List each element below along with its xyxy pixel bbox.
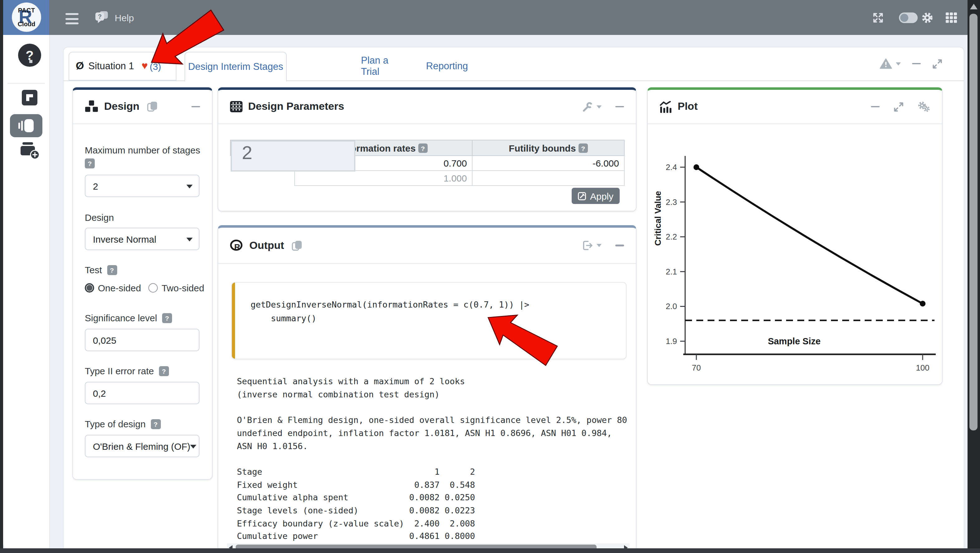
- plot-settings-gears-icon[interactable]: [917, 101, 930, 112]
- export-dropdown[interactable]: [582, 240, 601, 251]
- r-code-block: getDesignInverseNormal(informationRates …: [231, 282, 627, 359]
- chevron-down-icon: [186, 237, 192, 241]
- scrollbar-thumb[interactable]: [969, 14, 977, 430]
- significance-help-icon[interactable]: ?: [162, 313, 172, 323]
- tab-plan-a-trial[interactable]: Plan a Trial: [361, 52, 406, 80]
- table-row: 2 1.000: [230, 171, 624, 186]
- copy-icon[interactable]: [291, 240, 302, 251]
- test-help-icon[interactable]: ?: [107, 265, 117, 275]
- output-card-title: Output: [249, 239, 284, 252]
- sidebar-item-situations-active[interactable]: [10, 114, 42, 137]
- expand-plot-button[interactable]: [893, 101, 904, 112]
- settings-gear-icon[interactable]: [921, 12, 933, 24]
- futility-bound-cell[interactable]: [472, 171, 624, 186]
- apply-label: Apply: [590, 191, 613, 201]
- chevron-down-icon: [896, 62, 901, 65]
- design-parameters-table: Stage Information rates ? Futility bound…: [230, 140, 625, 186]
- warnings-dropdown[interactable]: [880, 58, 901, 69]
- col-futility-bounds: Futility bounds ?: [472, 140, 624, 156]
- tools-dropdown[interactable]: [582, 101, 601, 112]
- tab-design-interim-stages[interactable]: Design Interim Stages: [185, 52, 287, 81]
- y-tick-label: 2.2: [666, 232, 677, 241]
- type2-error-input[interactable]: [85, 382, 199, 404]
- export-icon: [582, 240, 593, 251]
- type2-error-help-icon[interactable]: ?: [159, 366, 169, 376]
- wrench-icon: [582, 101, 593, 112]
- fullscreen-arrows-icon[interactable]: [872, 12, 884, 24]
- tab-situation[interactable]: Ø Situation 1 ♥ (3): [68, 52, 177, 80]
- theme-toggle[interactable]: [899, 13, 918, 23]
- test-label: Test: [85, 265, 102, 275]
- left-sidebar: ?: [3, 35, 50, 549]
- avatar[interactable]: ?: [18, 44, 41, 67]
- radio-two-sided-label: Two-sided: [161, 282, 204, 293]
- sidebar-item-layout[interactable]: [22, 90, 37, 105]
- critical-value-line: [696, 167, 923, 303]
- chevron-down-icon: [186, 184, 192, 188]
- design-card-title: Design: [104, 100, 139, 113]
- sidebar-item-add-situation[interactable]: [20, 142, 39, 160]
- page-vertical-scrollbar[interactable]: [967, 0, 980, 548]
- significance-input[interactable]: [85, 329, 199, 351]
- type-of-design-select[interactable]: O'Brien & Fleming (OF): [85, 435, 199, 457]
- design-select-value: Inverse Normal: [93, 234, 156, 244]
- design-parameters-title: Design Parameters: [248, 100, 344, 113]
- tab-label: Plan a Trial: [361, 55, 406, 77]
- r-output-text[interactable]: Sequential analysis with a maximum of 2 …: [237, 375, 627, 543]
- svg-text:?: ?: [98, 13, 102, 20]
- tab-label: Design Interim Stages: [188, 61, 283, 72]
- futility-bounds-help-icon[interactable]: ?: [579, 143, 588, 153]
- information-rate-cell[interactable]: 1.000: [294, 171, 472, 186]
- menu-hamburger-icon[interactable]: [65, 13, 78, 27]
- y-tick-label: 2.0: [666, 301, 677, 311]
- app-logo[interactable]: R PACT Cloud: [3, 0, 49, 35]
- apply-button[interactable]: Apply: [572, 188, 620, 204]
- tab-reporting[interactable]: Reporting: [427, 52, 467, 80]
- max-stages-label: Maximum number of stages: [85, 145, 200, 155]
- situation-slash-icon: Ø: [76, 60, 84, 72]
- window-bottom-bar: [0, 548, 980, 553]
- design-parameters-card: Design Parameters Stage: [218, 87, 636, 212]
- toggle-knob: [900, 14, 908, 22]
- max-stages-select[interactable]: 2: [85, 175, 199, 197]
- type2-error-label: Type II error rate: [85, 365, 154, 376]
- collapse-parameters-card-button[interactable]: [615, 106, 624, 107]
- svg-text:R: R: [234, 242, 240, 252]
- collapse-output-card-button[interactable]: [615, 244, 624, 246]
- y-tick-label: 1.9: [666, 336, 677, 346]
- design-select[interactable]: Inverse Normal: [85, 228, 199, 250]
- radio-two-sided[interactable]: [148, 283, 158, 293]
- collapse-design-card-button[interactable]: [191, 106, 200, 107]
- expand-tab-panel-button[interactable]: [932, 58, 943, 69]
- max-stages-value: 2: [93, 180, 98, 191]
- max-stages-help-icon[interactable]: ?: [85, 158, 95, 169]
- panel-icon: [18, 118, 34, 133]
- radio-one-sided[interactable]: [85, 283, 94, 293]
- x-tick-label: 70: [692, 363, 701, 373]
- data-point: [694, 164, 699, 170]
- futility-bound-cell[interactable]: -6.000: [472, 156, 624, 171]
- favorite-heart-icon[interactable]: ♥: [142, 60, 148, 72]
- y-tick-label: 2.3: [666, 198, 677, 207]
- radio-one-sided-label: One-sided: [98, 282, 141, 293]
- y-tick-label: 2.4: [666, 163, 677, 172]
- help-button[interactable]: ? Help: [94, 10, 134, 25]
- scroll-up-arrow[interactable]: [970, 4, 977, 10]
- pen-square-icon: [578, 192, 586, 200]
- collapse-tab-panel-button[interactable]: [912, 63, 921, 64]
- apps-grid-icon[interactable]: [946, 13, 957, 23]
- information-rates-help-icon[interactable]: ?: [418, 143, 428, 153]
- sidebar-divider: [8, 83, 45, 84]
- copy-icon[interactable]: [147, 101, 158, 112]
- main-panel: Ø Situation 1 ♥ (3) Design Interim Stage…: [63, 47, 964, 548]
- y-tick-label: 2.1: [666, 267, 677, 276]
- window-left-edge: [0, 0, 3, 553]
- r-code[interactable]: getDesignInverseNormal(informationRates …: [251, 298, 529, 325]
- collapse-plot-card-button[interactable]: [870, 106, 879, 107]
- code-accent-bar: [232, 282, 235, 359]
- tabbar-controls: [880, 48, 943, 80]
- favorite-count[interactable]: (3): [150, 61, 161, 72]
- x-axis-label: Sample Size: [713, 336, 875, 346]
- logo-text-bottom: Cloud: [18, 21, 35, 27]
- type-of-design-help-icon[interactable]: ?: [151, 419, 161, 429]
